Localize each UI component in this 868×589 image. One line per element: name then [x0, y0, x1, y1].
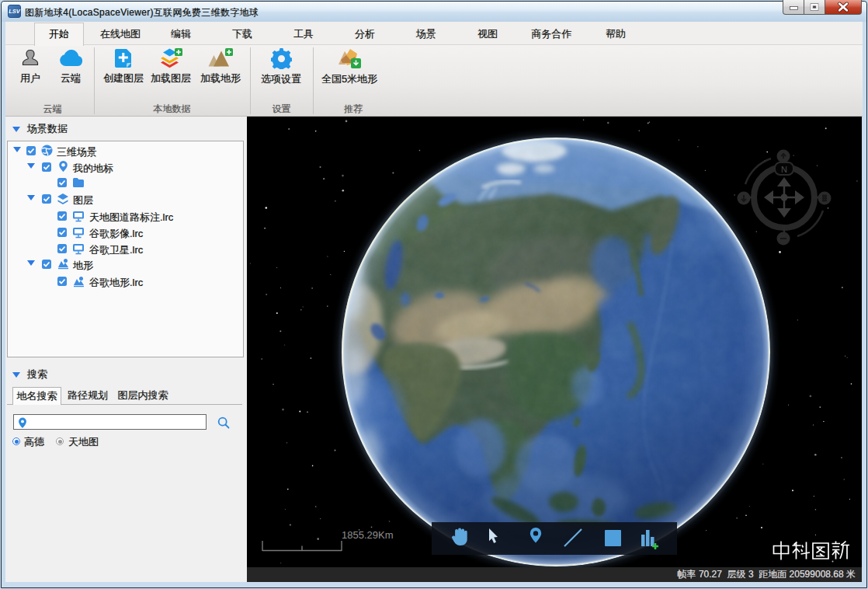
svg-text:N: N	[781, 165, 787, 174]
svg-text:1855.29Km: 1855.29Km	[342, 529, 394, 541]
